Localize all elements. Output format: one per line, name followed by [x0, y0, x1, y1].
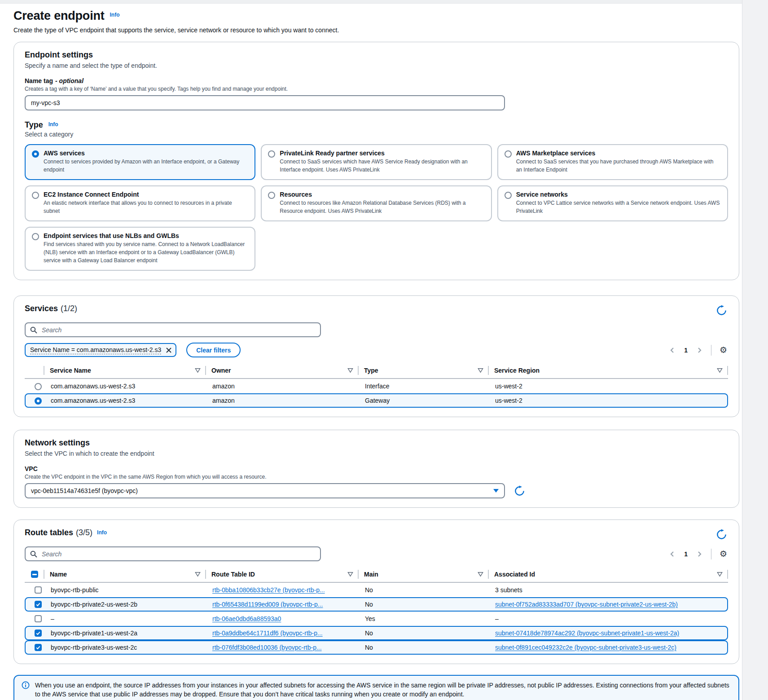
type-card-service-networks[interactable]: Service networks Connect to VPC Lattice …: [497, 185, 728, 221]
chevron-right-icon: [696, 347, 703, 354]
associated-subnet-link[interactable]: subnet-0f891cec049232c2e (byovpc-subnet-…: [495, 644, 676, 651]
name-tag-help: Creates a tag with a key of ‘Name’ and a…: [25, 86, 728, 92]
route-tables-preferences-button[interactable]: ⚙: [719, 549, 728, 559]
column-header-name[interactable]: Name: [44, 567, 206, 582]
checkbox-checked-icon[interactable]: [35, 630, 42, 637]
name-cell: byovpc-rtb-private2-us-west-2b: [45, 601, 207, 608]
route-tables-table: Name Route Table ID Main Associated Id: [25, 567, 728, 655]
route-tables-refresh-button[interactable]: [715, 528, 728, 541]
network-settings-subtitle: Select the VPC in which to create the en…: [25, 450, 728, 457]
route-table-id-link[interactable]: rtb-0bba10806b33cb27e (byovpc-rtb-p...: [212, 586, 325, 594]
sort-icon[interactable]: [347, 572, 353, 577]
sort-icon[interactable]: [195, 368, 201, 373]
route-table-id-link[interactable]: rtb-06ae0dbd6a88593a0: [212, 615, 281, 622]
main-cell: No: [360, 601, 490, 608]
radio-icon[interactable]: [32, 233, 39, 240]
dismiss-token-icon[interactable]: [166, 347, 172, 353]
column-header-route-table-id[interactable]: Route Table ID: [206, 567, 359, 582]
radio-icon[interactable]: [268, 150, 275, 158]
column-header-service-name[interactable]: Service Name: [44, 363, 206, 378]
route-table-row-main[interactable]: – rtb-06ae0dbd6a88593a0 Yes –: [25, 612, 728, 626]
name-tag-input[interactable]: [25, 95, 505, 110]
name-cell: byovpc-rtb-public: [45, 586, 207, 594]
route-table-row-private1[interactable]: byovpc-rtb-private1-us-west-2a rtb-0a9dd…: [25, 626, 728, 640]
type-card-marketplace[interactable]: AWS Marketplace services Connect to SaaS…: [497, 144, 728, 180]
services-preferences-button[interactable]: ⚙: [719, 345, 728, 355]
type-card-aws-services[interactable]: AWS services Connect to services provide…: [25, 144, 255, 180]
column-header-associated-id[interactable]: Associated Id: [489, 567, 728, 582]
radio-icon[interactable]: [505, 150, 512, 158]
type-category-grid: AWS services Connect to services provide…: [25, 144, 728, 271]
endpoint-info-alert: When you use an endpoint, the source IP …: [13, 675, 739, 700]
clear-filters-button[interactable]: Clear filters: [186, 343, 241, 357]
next-page-button[interactable]: [695, 346, 704, 355]
services-table: Service Name Owner Type Service Region: [25, 363, 728, 408]
sort-icon[interactable]: [478, 572, 483, 577]
type-card-ec2-instance-connect[interactable]: EC2 Instance Connect Endpoint An elastic…: [25, 185, 255, 221]
name-tag-label: Name tag- optional: [25, 77, 728, 84]
sort-icon[interactable]: [478, 368, 483, 373]
radio-checked-icon[interactable]: [32, 150, 39, 158]
radio-icon[interactable]: [505, 192, 512, 199]
previous-page-button[interactable]: [668, 550, 677, 559]
type-card-title: Endpoint services that use NLBs and GWLB…: [44, 232, 248, 239]
checkbox-icon[interactable]: [35, 586, 42, 594]
refresh-icon: [716, 529, 727, 540]
associated-subnet-link[interactable]: subnet-07418de78974ac292 (byovpc-subnet-…: [495, 630, 679, 637]
sort-icon[interactable]: [195, 572, 201, 577]
sort-icon[interactable]: [347, 368, 353, 373]
route-table-row-private3[interactable]: byovpc-rtb-private3-us-west-2c rtb-076fd…: [25, 640, 728, 655]
indeterminate-checkbox[interactable]: [31, 571, 38, 578]
services-refresh-button[interactable]: [715, 304, 728, 317]
subnets-popover-link[interactable]: 3 subnets: [495, 586, 522, 594]
column-header-type[interactable]: Type: [359, 363, 489, 378]
route-table-id-link[interactable]: rtb-0f65438d1199ed009 (byovpc-rtb-p...: [212, 601, 323, 608]
top-strip: [0, 0, 768, 4]
page-number[interactable]: 1: [682, 550, 689, 558]
column-header-service-region[interactable]: Service Region: [489, 363, 728, 378]
radio-icon[interactable]: [32, 192, 39, 199]
filter-token-label[interactable]: Service Name = com.amazonaws.us-west-2.s…: [30, 346, 161, 354]
route-tables-section: Route tables(3/5)Info: [13, 519, 739, 664]
route-tables-search-box[interactable]: [25, 546, 321, 561]
type-card-nlb-gwlb[interactable]: Endpoint services that use NLBs and GWLB…: [25, 227, 255, 271]
service-row-interface[interactable]: com.amazonaws.us-west-2.s3 amazon Interf…: [25, 379, 728, 393]
vpc-refresh-button[interactable]: [513, 484, 526, 497]
name-cell: byovpc-rtb-private3-us-west-2c: [45, 644, 207, 651]
associated-subnet-link[interactable]: subnet-0f752ad83333ad707 (byovpc-subnet-…: [495, 601, 678, 608]
route-table-id-link[interactable]: rtb-076fdf3b08ed10036 (byovpc-rtb-p...: [212, 644, 322, 651]
services-search-input[interactable]: [41, 326, 316, 334]
checkbox-checked-icon[interactable]: [35, 644, 42, 651]
radio-checked-icon[interactable]: [35, 397, 42, 405]
services-search-box[interactable]: [25, 322, 321, 337]
vpc-select[interactable]: vpc-0eb11514a74631e5f (byovpc-vpc): [25, 483, 505, 498]
route-tables-info-link[interactable]: Info: [97, 529, 107, 536]
main-cell: Yes: [360, 615, 490, 622]
previous-page-button[interactable]: [668, 346, 677, 355]
name-cell: byovpc-rtb-private1-us-west-2a: [45, 630, 207, 637]
chevron-right-icon: [696, 550, 703, 558]
type-card-privatelink-partner[interactable]: PrivateLink Ready partner services Conne…: [261, 144, 492, 180]
page-info-link[interactable]: Info: [110, 12, 120, 18]
service-row-gateway[interactable]: com.amazonaws.us-west-2.s3 amazon Gatewa…: [25, 393, 728, 408]
radio-icon[interactable]: [35, 383, 42, 390]
column-header-main[interactable]: Main: [359, 567, 489, 582]
next-page-button[interactable]: [695, 550, 704, 559]
indeterminate-icon: [32, 574, 37, 575]
route-table-row-public[interactable]: byovpc-rtb-public rtb-0bba10806b33cb27e …: [25, 583, 728, 597]
type-info-link[interactable]: Info: [48, 121, 58, 128]
route-table-row-private2[interactable]: byovpc-rtb-private2-us-west-2b rtb-0f654…: [25, 597, 728, 612]
type-card-resources[interactable]: Resources Connect to resources like Amaz…: [261, 185, 492, 221]
checkbox-icon[interactable]: [35, 615, 42, 622]
sort-icon[interactable]: [717, 368, 723, 373]
sort-icon[interactable]: [717, 572, 723, 577]
page-number[interactable]: 1: [682, 347, 689, 354]
route-table-id-link[interactable]: rtb-0a9ddbe64c1711df6 (byovpc-rtb-p...: [212, 630, 323, 637]
radio-icon[interactable]: [268, 192, 275, 199]
route-tables-search-input[interactable]: [41, 550, 316, 558]
endpoint-settings-section: Endpoint settings Specify a name and sel…: [13, 42, 739, 280]
checkbox-checked-icon[interactable]: [35, 601, 42, 608]
type-card-title: AWS Marketplace services: [516, 150, 721, 157]
service-name-filter-token[interactable]: Service Name = com.amazonaws.us-west-2.s…: [25, 343, 176, 357]
column-header-owner[interactable]: Owner: [206, 363, 359, 378]
